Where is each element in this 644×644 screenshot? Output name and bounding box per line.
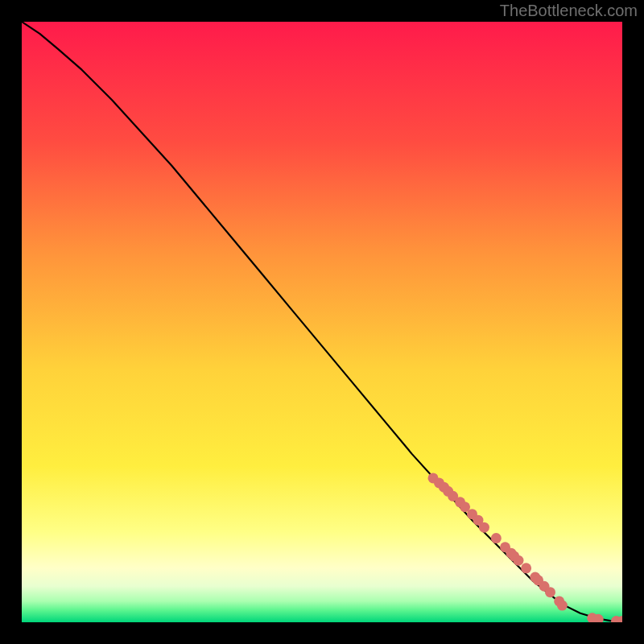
chart-canvas: TheBottleneck.com (0, 0, 644, 644)
plot-area (22, 22, 622, 622)
data-point (557, 601, 568, 611)
watermark-text: TheBottleneck.com (500, 2, 638, 20)
data-point (513, 555, 523, 566)
data-point (545, 587, 555, 597)
gradient-background (22, 22, 622, 622)
plot-svg (22, 22, 622, 622)
data-point (521, 563, 531, 573)
data-point (491, 533, 502, 543)
data-point (479, 522, 489, 533)
